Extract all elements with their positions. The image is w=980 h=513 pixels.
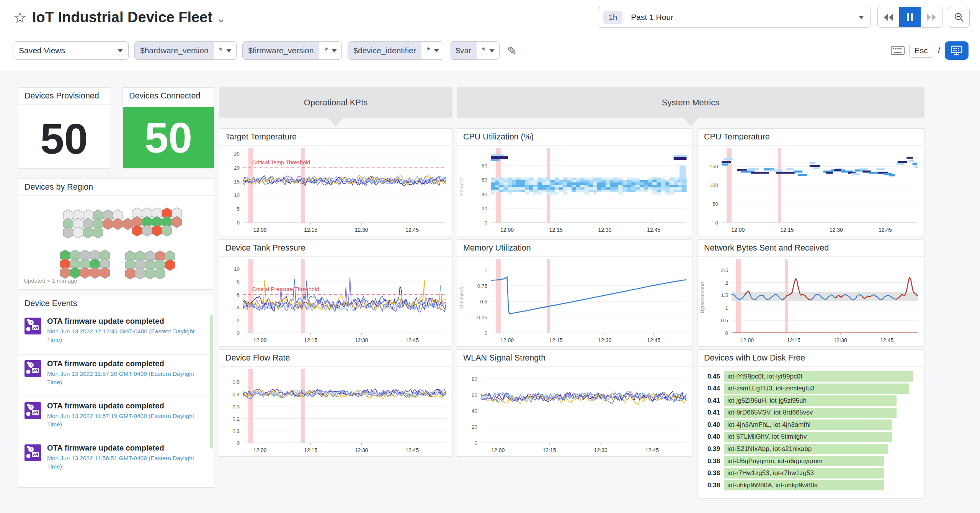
event-title: OTA firmware update completed xyxy=(47,317,200,326)
fast-forward-button[interactable] xyxy=(921,7,942,27)
chart-plot-wlan[interactable]: 02040608012:0012:1512:3012:45 xyxy=(457,367,693,457)
chart-title: Devices with Low Disk Free xyxy=(698,350,924,367)
template-variable-device_identifier[interactable]: $device_identifier* xyxy=(348,41,444,60)
region-hex-map[interactable] xyxy=(18,196,214,290)
toplist-row[interactable]: 0.44iot-zsmLEgTU3, iot-zsmlegtu3 xyxy=(703,384,919,394)
chart-plot-flow_rate[interactable]: 00.10.20.30.40.512:0012:1512:3012:45 xyxy=(219,367,452,457)
svg-text:12:30: 12:30 xyxy=(830,227,843,233)
toplist-row[interactable]: 0.40iot-5TLMiiGhV, iot-5tlmiighv xyxy=(703,432,919,442)
datadog-logo-avatar xyxy=(24,317,42,335)
template-variable-var[interactable]: $var* xyxy=(450,41,499,60)
temp-block xyxy=(724,158,733,160)
svg-text:0.4: 0.4 xyxy=(232,392,240,397)
svg-text:2.5: 2.5 xyxy=(721,267,728,273)
toplist-row[interactable]: 0.41iot-8rD665VSV, iot-8rd665vsv xyxy=(703,408,919,418)
chart-card-low_disk[interactable]: Devices with Low Disk Free0.45iot-lYt99p… xyxy=(697,349,924,499)
chart-plot-tank_pressure[interactable]: 024681012:0012:1512:3012:45Critical Pres… xyxy=(219,257,452,347)
device-events-card[interactable]: Device EventsOTA firmware update complet… xyxy=(18,295,214,488)
svg-text:12:45: 12:45 xyxy=(879,227,892,233)
svg-text:20: 20 xyxy=(234,165,240,171)
region-hex xyxy=(113,218,123,230)
chart-plot-target_temperature[interactable]: 051015202512:0012:1512:3012:45Critical T… xyxy=(219,146,452,236)
chart-title: Target Temperature xyxy=(219,129,452,146)
rewind-button[interactable] xyxy=(878,7,899,27)
svg-text:12:00: 12:00 xyxy=(740,337,754,343)
event-row[interactable]: OTA firmware update completedMon Jun 13 … xyxy=(18,397,214,439)
devices-by-region-card[interactable]: Devices by RegionUpdated < 1 min ago xyxy=(18,179,214,290)
filter-bar: Saved Views $hardware_version*$firmware_… xyxy=(13,41,969,61)
region-hex xyxy=(60,267,70,279)
svg-text:0: 0 xyxy=(237,330,240,336)
time-playback-controls xyxy=(877,7,942,28)
chart-card-cpu_utilization[interactable]: CPU Utilization (%)020406080Percent12:00… xyxy=(457,128,693,236)
events-scrollbar[interactable] xyxy=(210,315,213,449)
event-row[interactable]: OTA firmware update completedMon Jun 13 … xyxy=(18,439,214,481)
template-variable-hardware_version[interactable]: $hardware_version* xyxy=(134,41,237,60)
toplist-row[interactable]: 0.38iot-U6qPuyqmm, iot-u6qpuyqmm xyxy=(703,456,919,466)
chart-card-flow_rate[interactable]: Device Flow Rate00.10.20.30.40.512:0012:… xyxy=(219,349,452,457)
svg-text:2: 2 xyxy=(725,280,728,286)
event-overlay-band xyxy=(301,369,305,443)
toplist-row[interactable]: 0.45iot-lYt99pc0f, iot-lyt99pc0f xyxy=(703,371,919,382)
svg-text:0.25: 0.25 xyxy=(477,315,487,320)
card-title: Devices by Region xyxy=(18,179,214,196)
chart-card-memory[interactable]: Memory Utilization00.250.50.751Gibibytes… xyxy=(457,239,693,347)
chart-plot-network[interactable]: 00.511.522.5Bytes/second12:0012:1512:301… xyxy=(698,257,924,347)
svg-text:12:00: 12:00 xyxy=(500,337,514,343)
toplist-row[interactable]: 0.39iot-S21NIxAbp, iot-s21nixabp xyxy=(703,444,919,454)
template-variable-firmware_version[interactable]: $firmware_version* xyxy=(242,41,342,60)
svg-text:12:15: 12:15 xyxy=(787,337,800,343)
time-range-picker[interactable]: 1h Past 1 Hour xyxy=(598,7,871,28)
svg-text:12:30: 12:30 xyxy=(598,227,612,233)
svg-text:12:15: 12:15 xyxy=(304,447,317,453)
region-hex xyxy=(125,268,135,279)
event-title: OTA firmware update completed xyxy=(47,359,200,368)
toplist-row[interactable]: 0.40iot-4jn3AmFhL, iot-4jn3amfhl xyxy=(703,420,919,430)
temp-block xyxy=(859,168,868,170)
group-header-system-metrics[interactable]: System Metrics xyxy=(457,87,924,118)
svg-text:0: 0 xyxy=(237,220,240,226)
temp-block xyxy=(915,166,918,167)
group-header-operational-kpis[interactable]: Operational KPIs xyxy=(219,87,452,118)
svg-text:12:45: 12:45 xyxy=(405,447,419,453)
toplist-bar: iot-S21NIxAbp, iot-s21nixabp xyxy=(724,444,888,454)
fullscreen-tv-button[interactable] xyxy=(945,41,969,60)
svg-text:12:30: 12:30 xyxy=(598,337,612,343)
keyboard-icon[interactable] xyxy=(891,46,905,55)
favorite-star-icon[interactable]: ☆ xyxy=(13,10,27,25)
svg-text:8: 8 xyxy=(237,279,240,285)
edit-variables-pencil-icon[interactable]: ✎ xyxy=(507,44,517,57)
devices-connected-card[interactable]: Devices Connected50 xyxy=(122,87,214,169)
event-row[interactable]: OTA firmware update completedMon Jun 13 … xyxy=(18,312,214,354)
chart-plot-cpu_temperature[interactable]: 05010015012:0012:1512:3012:45 xyxy=(698,146,924,236)
chart-card-wlan[interactable]: WLAN Signal Strength02040608012:0012:151… xyxy=(457,349,693,457)
chart-card-network[interactable]: Network Bytes Sent and Received00.511.52… xyxy=(697,239,924,347)
temp-block xyxy=(834,169,841,171)
chart-card-tank_pressure[interactable]: Device Tank Pressure024681012:0012:1512:… xyxy=(219,239,452,347)
event-timestamp: Mon Jun 13 2022 11:56:51 GMT-0400 (Easte… xyxy=(47,454,200,470)
temp-block xyxy=(876,168,885,170)
event-timestamp: Mon Jun 13 2022 11:57:20 GMT-0400 (Easte… xyxy=(47,370,200,386)
datadog-logo-avatar xyxy=(24,444,42,462)
region-hex xyxy=(142,225,152,236)
chart-plot-cpu_utilization[interactable]: 020406080Percent12:0012:1512:3012:45 xyxy=(457,146,693,236)
event-row[interactable]: OTA firmware update completedMon Jun 13 … xyxy=(18,354,214,397)
esc-key[interactable]: Esc xyxy=(909,44,933,57)
devices-provisioned-card[interactable]: Devices Provisioned50 xyxy=(18,87,110,169)
svg-text:40: 40 xyxy=(482,192,487,197)
toplist-row[interactable]: 0.38iot-r7Hw1zg53, iot-r7hw1zg53 xyxy=(703,468,919,479)
saved-views-select[interactable]: Saved Views xyxy=(13,41,129,60)
title-chevron-down-icon[interactable]: ⌄ xyxy=(216,11,226,25)
region-hex xyxy=(90,267,100,279)
svg-text:80: 80 xyxy=(472,376,477,382)
svg-text:6: 6 xyxy=(237,292,240,298)
chart-plot-memory[interactable]: 00.250.50.751Gibibytes12:0012:1512:3012:… xyxy=(457,257,693,347)
toplist-value: 0.41 xyxy=(703,397,720,405)
chart-card-cpu_temperature[interactable]: CPU Temperature05010015012:0012:1512:301… xyxy=(697,128,924,236)
chart-card-target_temperature[interactable]: Target Temperature051015202512:0012:1512… xyxy=(219,128,452,236)
toplist-row[interactable]: 0.38iot-uhkp9W80A, iot-uhkp9w80a xyxy=(703,480,919,490)
event-text: OTA firmware update completedMon Jun 13 … xyxy=(47,444,200,479)
pause-button[interactable] xyxy=(899,7,921,27)
toplist-row[interactable]: 0.41iot-jg5Zi95uH, iot-jg5zi95uh xyxy=(703,395,919,406)
zoom-out-button[interactable] xyxy=(948,7,970,28)
